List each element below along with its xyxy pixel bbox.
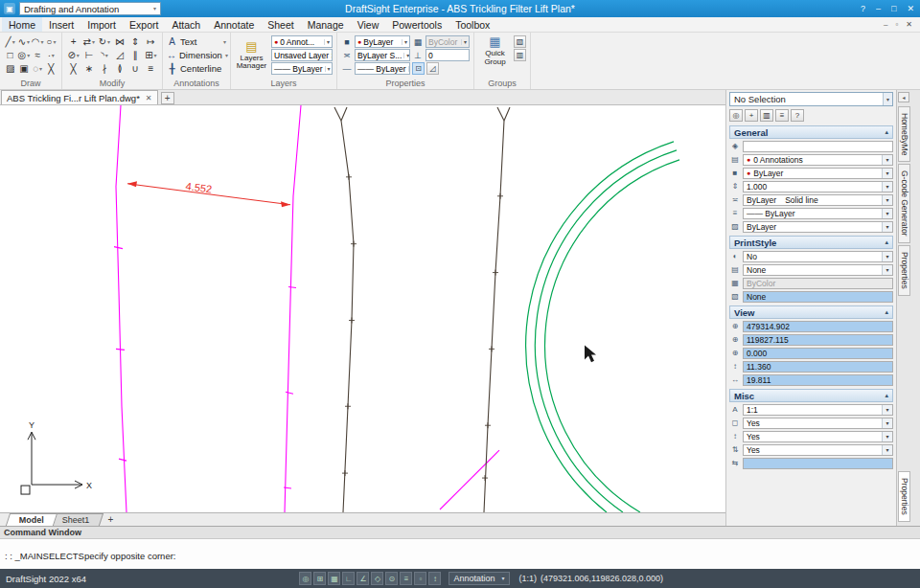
ucs-per-viewport-field[interactable]: Yes ▾ [743,444,893,456]
doc-minimize-button[interactable]: – [884,20,887,29]
chevron-down-icon[interactable]: ▾ [882,182,892,192]
palette-tab[interactable]: Properties [898,471,910,522]
view-center-z-field[interactable]: 0.000 [743,348,893,359]
printstyle-field[interactable]: None ▾ [743,264,893,276]
palette-tab[interactable]: G-code Generator [898,164,910,243]
rectangle-tool[interactable]: □▾ [4,49,16,62]
fillet-tool[interactable]: ◝▾ [97,49,111,62]
menu-item[interactable]: Export [123,17,165,32]
entity-grips-tool[interactable]: ≡▾ [144,62,158,76]
group-button[interactable]: ▧ [514,35,526,48]
text-tool[interactable]: AText▾ [167,35,226,48]
hatch-tool[interactable]: ▨▾ [4,62,16,76]
layers-lineweight-dropdown[interactable]: —— ByLayer ▾ [271,62,333,75]
lineweight-icon[interactable]: ≡ [400,572,412,585]
chevron-down-icon[interactable]: ▾ [882,445,892,455]
drawing-canvas[interactable]: 4.552 [0,105,725,512]
menu-item[interactable]: Toolbox [448,17,496,32]
menu-item[interactable]: Annotate [207,17,261,32]
layers-manager-button[interactable]: ▤ Layers Manager [235,35,268,75]
active-property-toggle-button[interactable]: ⊡ [412,62,425,75]
rotate-tool[interactable]: ↻▾ [97,35,111,49]
document-tab[interactable]: ABS Trickling Fi...r Lift Plan.dwg* ✕ [1,90,158,104]
stretch-tool[interactable]: ↦▾ [144,35,158,49]
move-tool[interactable]: +▾ [66,35,80,49]
chevron-down-icon[interactable]: ▾ [882,418,892,428]
pattern-tool[interactable]: ⊞▾ [144,49,158,62]
linescale-field[interactable]: ● 1.000 ▾ [743,181,893,192]
annotation-scale-dropdown[interactable]: Annotation ▾ [448,572,509,585]
sketch-tool[interactable]: ╳▾ [45,62,58,76]
arc-tool[interactable]: ◠▾ [32,35,44,49]
lineweight-field[interactable]: ● —— ByLayer ▾ [743,208,893,219]
link-field[interactable]: ● ▾ [743,141,893,152]
palette-tab[interactable]: HomeByMe [898,106,910,162]
corner-trim-button[interactable]: ◿ [426,62,439,75]
command-window-header[interactable]: Command Window [0,527,920,539]
sheet-tab[interactable]: Model [6,513,58,526]
help-button[interactable]: ? [861,4,865,13]
linecolor-field[interactable]: ● ByLayer ▾ [743,168,893,179]
quickinput-icon[interactable]: ▫ [414,572,426,585]
view-center-x-field[interactable]: 479314.902 [743,321,893,332]
ellipse-tool[interactable]: ◎▾ [17,49,30,62]
menu-item[interactable]: Import [80,17,123,32]
offset-tool[interactable]: ∥▾ [128,49,143,62]
centerline-tool[interactable]: ╂Centerline▾ [167,62,226,75]
selection-filter-icon[interactable]: ◎ [299,572,311,585]
chevron-down-icon[interactable]: ▾ [882,222,892,232]
scale-tool[interactable]: ⇕▾ [128,35,143,49]
palette-help-button[interactable]: ? [791,109,804,122]
chevron-down-icon[interactable]: ▾ [882,155,892,165]
printtable-field[interactable]: None ▾ [743,291,893,303]
ucs-icon-origin-field[interactable]: Yes ▾ [743,431,893,442]
select-entities-button[interactable]: ◎ [729,109,743,122]
transparency-field[interactable]: ● ByLayer ▾ [743,221,893,233]
linecolor-dropdown[interactable]: ● ByLayer ▾ [355,35,410,48]
command-input-area[interactable]: : : _MAINSELECTSpecify opposite corner: [0,539,920,569]
dimension-annotation[interactable]: 4.552 [127,180,290,207]
palette-tab[interactable]: Properties [898,245,910,296]
etrack-icon[interactable]: ⊙ [385,572,398,585]
chevron-down-icon[interactable]: ▾ [882,252,892,261]
explode-tool[interactable]: ∗▾ [81,62,96,76]
minimize-button[interactable]: – [876,4,881,13]
layer-dropdown[interactable]: ● 0 Annot... ▾ [271,35,333,48]
chevron-down-icon[interactable]: ▾ [882,169,892,178]
menu-item[interactable]: View [351,17,386,32]
esnap-icon[interactable]: ◇ [371,572,383,585]
edit-annotation-tool[interactable]: ≬▾ [113,62,127,76]
maximize-button[interactable]: □ [891,4,896,13]
workspace-selector[interactable]: Drafting and Annotation ▾ [19,2,161,15]
new-document-tab-button[interactable]: + [161,92,174,104]
misc-extra-field[interactable]: ▾ [743,458,893,469]
cloud-tool[interactable]: ◌▾ [32,62,44,76]
layer-field[interactable]: ● 0 Annotations ▾ [743,154,893,166]
close-button[interactable]: ✕ [907,4,914,13]
dimension-tool[interactable]: ↔Dimension▾ [167,49,226,61]
chamfer-tool[interactable]: ◿▾ [113,49,127,62]
quick-group-button[interactable]: ▦ Quick Group [478,35,512,66]
region-tool[interactable]: ▣▾ [17,62,30,76]
menu-item[interactable]: Attach [165,17,207,32]
view-height-field[interactable]: 11.360 [743,361,893,373]
thickness-field[interactable]: 0 [426,49,470,61]
join-tool[interactable]: ∪▾ [128,62,143,76]
chevron-down-icon[interactable]: ▾ [882,432,892,441]
snap-icon[interactable]: ▦ [328,572,340,585]
boundary-polylines-magenta[interactable] [114,105,499,512]
chevron-down-icon[interactable]: ▾ [882,405,892,415]
add-sheet-button[interactable]: + [108,514,114,525]
menu-item[interactable]: Home [2,17,42,32]
doc-close-button[interactable]: ✕ [906,20,912,29]
ucs-icon-visible-field[interactable]: Yes ▾ [743,418,893,429]
polar-icon[interactable]: ∠ [356,572,369,585]
section-header-view[interactable]: View ▴ [729,305,893,319]
point-tool[interactable]: ∙▾ [45,49,58,62]
menu-item[interactable]: Sheet [261,17,300,32]
doc-restore-button[interactable]: ▫ [895,20,898,29]
menu-item[interactable]: Manage [301,17,351,32]
annotation-scale-icon[interactable]: ↕ [428,572,441,585]
palette-options-button[interactable]: ≡ [775,109,789,122]
section-header-misc[interactable]: Misc ▴ [729,389,893,402]
